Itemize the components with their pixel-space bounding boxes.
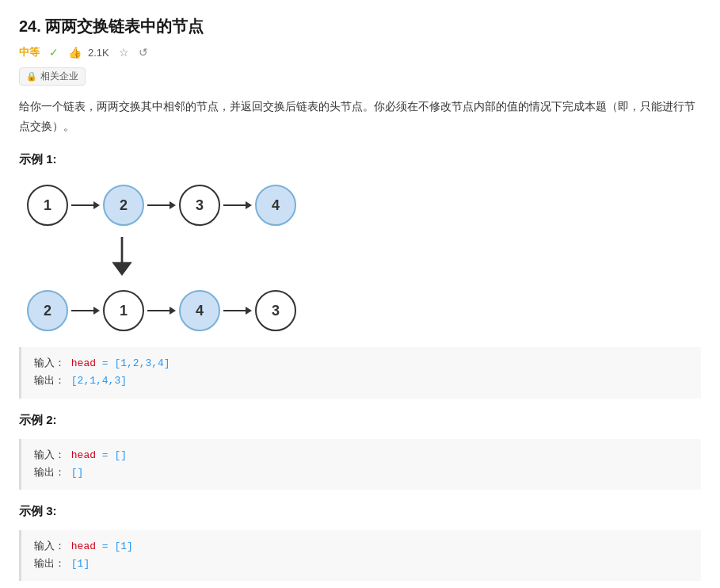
example1-output-line: 输出： [2,1,4,3]: [34, 372, 688, 390]
list-row-before: 1 2 3: [27, 185, 296, 226]
example3-output-line: 输出： [1]: [34, 556, 688, 573]
example1-output-label: 输出：: [34, 375, 65, 387]
example1-input-line: 输入： head = [1,2,3,4]: [34, 355, 688, 372]
down-arrow-icon: [106, 237, 138, 279]
diagram-area: 1 2 3: [19, 178, 701, 338]
example2-block: 示例 2: 输入： head = [] 输出： []: [19, 413, 701, 490]
check-icon: ✓: [49, 46, 59, 59]
example1-output-value: [2,1,4,3]: [71, 375, 127, 387]
example2-keyword: head: [71, 449, 96, 461]
list-row-after: 2 1 4: [27, 290, 296, 331]
svg-marker-1: [93, 201, 100, 209]
result-node-4: 4: [179, 290, 220, 331]
example3-title: 示例 3:: [19, 504, 701, 519]
star-icon[interactable]: ☆: [119, 46, 129, 59]
example2-output-value: []: [71, 467, 84, 479]
example3-input-label: 输入：: [34, 540, 65, 552]
svg-marker-9: [93, 307, 100, 315]
down-arrow-container: [27, 237, 138, 279]
svg-marker-7: [112, 262, 131, 276]
thumb-icon: 👍: [68, 46, 82, 59]
meta-row: 中等 ✓ 👍 2.1K ☆ ↺: [19, 45, 701, 59]
node-2: 2: [103, 185, 144, 226]
result-node-3: 3: [255, 290, 296, 331]
example2-output-line: 输出： []: [34, 464, 688, 482]
company-tag[interactable]: 🔒 相关企业: [19, 67, 701, 97]
example1-code: 输入： head = [1,2,3,4] 输出： [2,1,4,3]: [19, 347, 701, 398]
page-title: 24. 两两交换链表中的节点: [19, 16, 701, 37]
example2-input-value: = []: [102, 449, 127, 461]
example1-input-label: 输入：: [34, 357, 65, 369]
company-tag-label: 相关企业: [40, 70, 78, 83]
like-count: 2.1K: [88, 47, 109, 59]
example3-output-label: 输出：: [34, 558, 65, 570]
example1-input-value: = [1,2,3,4]: [102, 357, 170, 369]
example2-output-label: 输出：: [34, 467, 65, 479]
description: 给你一个链表，两两交换其中相邻的节点，并返回交换后链表的头节点。你必须在不修改节…: [19, 97, 701, 136]
node-4: 4: [255, 185, 296, 226]
example2-code: 输入： head = [] 输出： []: [19, 439, 701, 490]
result-arrow-2-1: [71, 303, 100, 319]
result-node-2: 2: [27, 290, 68, 331]
node-3: 3: [179, 185, 220, 226]
example3-input-value: = [1]: [102, 540, 133, 552]
example3-code: 输入： head = [1] 输出： [1]: [19, 530, 701, 581]
example1-title: 示例 1:: [19, 152, 701, 167]
node-1: 1: [27, 185, 68, 226]
svg-marker-11: [170, 307, 176, 315]
example3-output-value: [1]: [71, 558, 90, 570]
result-node-1: 1: [103, 290, 144, 331]
lock-icon: 🔒: [26, 71, 37, 82]
example3-keyword: head: [71, 540, 96, 552]
example1-block: 示例 1: 1 2 3: [19, 152, 701, 398]
svg-marker-5: [246, 201, 252, 209]
meta-icons: 👍 2.1K: [68, 46, 109, 59]
example2-title: 示例 2:: [19, 413, 701, 428]
refresh-icon[interactable]: ↺: [139, 46, 148, 59]
arrow-3-4: [223, 197, 252, 213]
svg-marker-3: [170, 201, 176, 209]
example3-block: 示例 3: 输入： head = [1] 输出： [1]: [19, 504, 701, 581]
svg-marker-13: [246, 307, 252, 315]
result-arrow-4-3: [223, 303, 252, 319]
example3-input-line: 输入： head = [1]: [34, 538, 688, 556]
result-arrow-1-4: [147, 303, 176, 319]
arrow-1-2: [71, 197, 100, 213]
difficulty-badge: 中等: [19, 45, 40, 59]
arrow-2-3: [147, 197, 176, 213]
example1-keyword: head: [71, 357, 96, 369]
example2-input-line: 输入： head = []: [34, 447, 688, 464]
example2-input-label: 输入：: [34, 449, 65, 461]
